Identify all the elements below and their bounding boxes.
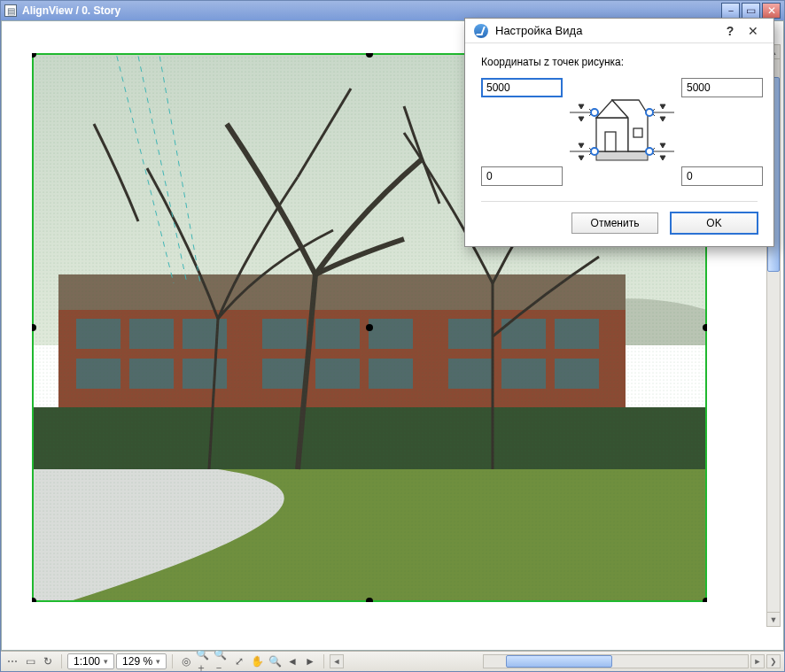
z-top-right-input[interactable] [681,78,763,97]
history-back-icon[interactable]: ◄ [284,653,300,669]
horizontal-scrollbar[interactable] [483,654,749,668]
view-settings-dialog: Настройка Вида ? ✕ Координаты z точек ри… [464,18,774,247]
house-diagram [570,93,674,171]
svg-marker-47 [660,156,665,160]
z-bottom-left-input[interactable] [481,166,563,186]
window-title: AlignView / 0. Story [22,4,719,17]
fit-icon[interactable]: ⤢ [231,653,247,669]
dialog-body: Координаты z точек рисунка: [465,43,773,246]
bottom-toolbar: ⋯ ▭ ↻ 1:100 129 % ◎ 🔍＋ 🔍－ ⤢ ✋ 🔍 ◄ ► ◄ ► … [1,651,784,671]
svg-point-54 [591,109,598,116]
svg-marker-46 [660,143,665,148]
scroll-down-icon[interactable]: ▼ [767,612,780,626]
svg-marker-43 [579,156,584,160]
scale-field[interactable]: 1:100 [67,653,114,669]
svg-point-56 [591,148,598,155]
hscroll-left-icon[interactable]: ◄ [330,654,344,668]
history-fwd-icon[interactable]: ► [302,653,318,669]
ok-button[interactable]: OK [671,212,758,234]
dialog-title: Настройка Вида [495,24,719,37]
cancel-button[interactable]: Отменить [571,212,658,234]
dialog-buttons: Отменить OK [481,212,758,234]
svg-marker-45 [660,117,665,121]
hscroll-end-icon[interactable]: ❯ [766,654,781,668]
hscroll-thumb[interactable] [506,655,612,668]
marquee-icon[interactable]: ▭ [22,653,38,669]
dialog-titlebar[interactable]: Настройка Вида ? ✕ [465,19,773,43]
svg-marker-40 [579,104,584,109]
zoom-in-icon[interactable]: 🔍＋ [196,653,212,669]
target-icon[interactable]: ◎ [178,653,194,669]
svg-point-57 [646,148,653,155]
svg-point-31 [366,324,373,331]
z-coordinates-label: Координаты z точек рисунка: [481,56,758,68]
svg-rect-53 [633,128,642,137]
help-button[interactable]: ? [719,21,742,41]
svg-marker-41 [579,117,584,121]
z-bottom-right-input[interactable] [681,166,763,186]
z-coordinates-grid [481,77,758,187]
refresh-icon[interactable]: ↻ [40,653,56,669]
zoom-value: 129 % [122,655,152,668]
scale-value: 1:100 [74,655,100,668]
maximize-button[interactable]: ▭ [742,3,760,19]
archicad-icon [474,24,488,38]
pan-icon[interactable]: ✋ [249,653,265,669]
close-button[interactable]: ✕ [762,3,781,19]
zoom-field[interactable]: 129 % [116,653,167,669]
divider [481,201,758,202]
hscroll-right-icon[interactable]: ► [750,654,765,668]
dialog-close-button[interactable]: ✕ [742,21,765,41]
search-icon[interactable]: 🔍 [267,653,283,669]
svg-marker-42 [579,143,584,148]
svg-point-55 [646,109,653,116]
svg-rect-48 [596,151,648,160]
z-top-left-input[interactable] [481,78,563,97]
svg-rect-52 [605,132,616,151]
options-icon[interactable]: ⋯ [4,653,20,669]
zoom-out-icon[interactable]: 🔍－ [214,653,229,669]
minimize-button[interactable]: － [721,3,740,19]
app-icon [4,4,17,17]
svg-marker-44 [660,104,665,109]
